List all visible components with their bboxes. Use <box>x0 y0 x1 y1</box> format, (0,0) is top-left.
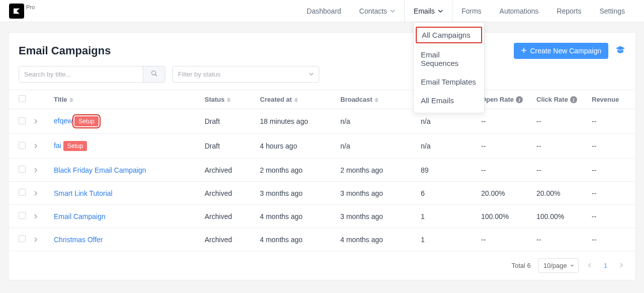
cell-click-rate: -- <box>532 228 588 251</box>
nav-contacts[interactable]: Contacts <box>350 0 404 22</box>
nav-emails[interactable]: Emails <box>404 0 452 22</box>
dropdown-email-sequences[interactable]: Email Sequences <box>414 45 484 72</box>
prev-page-button[interactable] <box>586 262 594 269</box>
status-filter-select[interactable]: Filter by status <box>172 66 319 83</box>
col-title[interactable]: Title <box>50 90 201 109</box>
nav-settings[interactable]: Settings <box>590 0 634 22</box>
sort-icon <box>227 98 231 102</box>
row-checkbox[interactable] <box>19 212 26 219</box>
col-open-rate: Open Ratei <box>477 90 532 109</box>
search-input[interactable] <box>19 66 143 82</box>
cell-revenue: -- <box>588 205 635 228</box>
cell-broadcast: 3 months ago <box>336 182 417 205</box>
info-icon[interactable]: i <box>570 96 577 103</box>
table-footer: Total 6 10/page 1 <box>9 251 635 280</box>
nav-dashboard-label: Dashboard <box>307 7 341 15</box>
cell-revenue: -- <box>588 134 635 159</box>
setup-badge[interactable]: Setup <box>74 116 98 126</box>
cell-click-rate: -- <box>532 159 588 182</box>
cell-created-at: 4 hours ago <box>256 134 336 159</box>
col-title-label: Title <box>54 96 67 103</box>
nav-contacts-label: Contacts <box>359 7 387 15</box>
row-checkbox[interactable] <box>19 166 26 173</box>
search-button[interactable] <box>143 66 165 82</box>
expand-row-icon[interactable] <box>34 212 38 221</box>
setup-badge[interactable]: Setup <box>63 141 87 151</box>
campaign-title-link[interactable]: Christmas Offer <box>54 236 103 244</box>
cell-status: Archived <box>201 182 256 205</box>
campaign-title-link[interactable]: fai <box>54 141 61 150</box>
sort-icon <box>294 98 298 102</box>
status-filter-placeholder: Filter by status <box>178 70 221 78</box>
row-checkbox[interactable] <box>19 117 26 124</box>
cell-open-rate: 20.00% <box>477 182 532 205</box>
search-icon <box>151 70 158 79</box>
cell-created-at: 3 months ago <box>256 182 336 205</box>
page-number[interactable]: 1 <box>601 262 610 269</box>
row-checkbox[interactable] <box>19 235 26 242</box>
sort-icon <box>69 98 73 102</box>
cell-revenue: -- <box>588 182 635 205</box>
page-size-select[interactable]: 10/page <box>538 258 579 273</box>
col-revenue: Revenue <box>588 90 635 109</box>
dropdown-all-campaigns[interactable]: All Campaigns <box>416 27 482 43</box>
expand-row-icon[interactable] <box>34 189 38 197</box>
nav-automations-label: Automations <box>500 7 539 15</box>
expand-row-icon[interactable] <box>34 166 38 174</box>
nav-forms[interactable]: Forms <box>452 0 491 22</box>
cell-revenue: -- <box>588 109 635 134</box>
cell-broadcast: 3 months ago <box>336 205 417 228</box>
top-nav: Pro Dashboard Contacts Emails Forms Auto… <box>0 0 644 22</box>
campaign-title-link[interactable]: efqew <box>54 117 72 125</box>
cell-revenue: -- <box>588 159 635 182</box>
cell-broadcast: 4 months ago <box>336 228 417 251</box>
next-page-button[interactable] <box>617 262 625 269</box>
row-checkbox[interactable] <box>19 189 26 196</box>
col-broadcast[interactable]: Broadcast <box>336 90 417 109</box>
cell-open-rate: -- <box>477 109 532 134</box>
graduation-cap-icon[interactable] <box>615 45 625 57</box>
nav-reports-label: Reports <box>557 7 581 15</box>
create-campaign-label: Create New Campaign <box>530 47 601 55</box>
dropdown-email-templates[interactable]: Email Templates <box>414 72 484 91</box>
plan-badge: Pro <box>26 4 35 10</box>
info-icon[interactable]: i <box>516 96 523 103</box>
chevron-down-icon <box>309 70 314 78</box>
col-status[interactable]: Status <box>201 90 256 109</box>
row-checkbox[interactable] <box>19 142 26 149</box>
cell-open-rate: 100.00% <box>477 205 532 228</box>
table-row: faiSetup Draft 4 hours ago n/a n/a -- --… <box>9 134 635 159</box>
total-count: Total 6 <box>511 262 530 269</box>
cell-open-rate: -- <box>477 228 532 251</box>
svg-point-0 <box>151 71 155 75</box>
col-created-at[interactable]: Created at <box>256 90 336 109</box>
campaign-title-link[interactable]: Smart Link Tutorial <box>54 189 113 197</box>
nav-dashboard[interactable]: Dashboard <box>298 0 350 22</box>
cell-status: Archived <box>201 205 256 228</box>
nav-automations[interactable]: Automations <box>491 0 548 22</box>
cell-click-rate: -- <box>532 134 588 159</box>
select-all-checkbox[interactable] <box>19 95 26 102</box>
expand-row-icon[interactable] <box>34 117 38 125</box>
cell-recipients: 89 <box>417 159 477 182</box>
table-row: Christmas Offer Archived 4 months ago 4 … <box>9 228 635 251</box>
cell-click-rate: -- <box>532 109 588 134</box>
expand-row-icon[interactable] <box>34 236 38 244</box>
cell-created-at: 2 months ago <box>256 159 336 182</box>
campaign-title-link[interactable]: Email Campaign <box>54 212 106 221</box>
cell-status: Draft <box>201 109 256 134</box>
cell-recipients: 6 <box>417 182 477 205</box>
cell-created-at: 4 months ago <box>256 228 336 251</box>
nav-reports[interactable]: Reports <box>547 0 590 22</box>
col-revenue-label: Revenue <box>592 96 619 103</box>
dropdown-all-emails[interactable]: All Emails <box>414 91 484 110</box>
cell-recipients: 1 <box>417 205 477 228</box>
col-created-label: Created at <box>260 96 292 103</box>
campaign-title-link[interactable]: Black Friday Email Campaign <box>54 166 146 174</box>
cell-created-at: 18 minutes ago <box>256 109 336 134</box>
expand-row-icon[interactable] <box>34 142 38 150</box>
col-broadcast-label: Broadcast <box>340 96 373 103</box>
nav-settings-label: Settings <box>599 7 625 15</box>
chevron-down-icon <box>390 7 395 15</box>
create-campaign-button[interactable]: Create New Campaign <box>514 43 608 59</box>
